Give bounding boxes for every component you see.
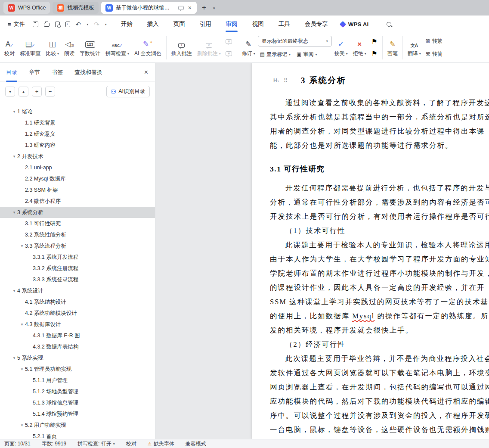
- delete-comment-button[interactable]: × 删除批注▾: [195, 34, 223, 61]
- previous-comment-button[interactable]: ▾: [223, 37, 235, 47]
- toc-collapse-icon[interactable]: ▾: [11, 109, 17, 114]
- spell-check-button[interactable]: ABC✓ 拼写检查▾: [103, 34, 132, 61]
- pane-tab-chapters[interactable]: 章节: [29, 63, 40, 82]
- document-page[interactable]: H₁ ⠿ 3 系统分析通过阅读查看之前收集的各种文献资料，了解了程序开发这其中系…: [252, 63, 489, 439]
- drag-grip-icon[interactable]: ⠿: [284, 77, 288, 84]
- toc-collapse-icon[interactable]: ▾: [11, 154, 17, 159]
- to-traditional-button[interactable]: 简 转繁: [424, 36, 445, 47]
- toc-item[interactable]: 3.3.3 系统登录流程: [0, 274, 155, 285]
- to-simplified-button[interactable]: 繁 转简: [424, 49, 445, 59]
- toc-collapse-icon[interactable]: ▾: [11, 289, 17, 293]
- toc-item[interactable]: 4.3.2 数据库表结构: [0, 341, 155, 352]
- toc-item[interactable]: ▾4 系统设计: [0, 285, 155, 296]
- reduce-level-button[interactable]: −: [45, 87, 55, 96]
- toc-item[interactable]: ▾3.3 系统流程分析: [0, 240, 155, 252]
- previous-change-button[interactable]: ⚑: [369, 37, 380, 47]
- pane-tab-find-replace[interactable]: 查找和替换: [74, 63, 102, 82]
- toc-collapse-icon[interactable]: ▾: [19, 423, 25, 427]
- read-aloud-button[interactable]: ◁))) 朗读: [62, 34, 77, 61]
- accept-change-button[interactable]: ✓ 接受▾: [332, 34, 350, 61]
- ink-pen-button[interactable]: ✎ 画笔: [385, 34, 400, 61]
- proofread-status[interactable]: 校对: [126, 440, 136, 448]
- pane-tab-catalog[interactable]: 目录: [6, 63, 17, 82]
- insert-comment-button[interactable]: + 插入批注: [169, 34, 195, 61]
- print-icon[interactable]: [44, 23, 50, 27]
- toc-item[interactable]: 1.2 研究意义: [0, 128, 155, 140]
- ai-polish-button[interactable]: ✎✦ AI 全文润色: [132, 34, 164, 61]
- tab-document-active[interactable]: W 基于微信小程的球馆预约管理 ×: [101, 2, 197, 14]
- save-icon[interactable]: [33, 22, 38, 27]
- pane-tab-bookmarks[interactable]: 书签: [52, 63, 63, 82]
- qat-customize-chevron-icon[interactable]: ▾: [105, 22, 107, 26]
- document-canvas[interactable]: H₁ ⠿ 3 系统分析通过阅读查看之前收集的各种文献资料，了解了程序开发这其中系…: [155, 63, 489, 439]
- menu-tab-view[interactable]: 视图: [245, 16, 271, 33]
- toc-collapse-icon[interactable]: ▾: [19, 244, 25, 248]
- print-preview-icon[interactable]: [55, 22, 60, 27]
- menu-tab-member[interactable]: 会员专享: [297, 16, 335, 33]
- toc-item[interactable]: ▾2 开发技术: [0, 151, 155, 162]
- menu-tab-page[interactable]: 页面: [166, 16, 192, 33]
- menu-tab-reference[interactable]: 引用: [192, 16, 219, 33]
- spellcheck-status[interactable]: 拼写检查: 打开 ▾: [77, 440, 115, 448]
- new-tab-button[interactable]: +: [199, 3, 209, 12]
- word-count-button[interactable]: 123 字数统计: [77, 34, 103, 61]
- next-comment-button[interactable]: ▾: [223, 49, 235, 59]
- toc-item[interactable]: 3.3.1 系统开发流程: [0, 252, 155, 263]
- translate-button[interactable]: 文A 翻译▾: [405, 34, 424, 61]
- toc-item[interactable]: 3.1 可行性研究: [0, 218, 155, 229]
- close-pane-icon[interactable]: ×: [144, 68, 148, 76]
- word-count-indicator[interactable]: 字数: 9919: [42, 440, 66, 448]
- file-menu-button[interactable]: ≡ 文件: [4, 20, 28, 28]
- undo-chevron-icon[interactable]: ▾: [87, 22, 88, 26]
- toc-item[interactable]: 2.4 微信小程序: [0, 196, 155, 207]
- redo-icon[interactable]: ↷: [94, 21, 99, 28]
- track-changes-button[interactable]: ✎ 修订▾: [239, 34, 258, 61]
- tab-list-chevron-icon[interactable]: ▾: [211, 6, 217, 10]
- page-indicator[interactable]: 页面: 10/31: [4, 440, 31, 448]
- toc-item[interactable]: 5.1.4 球馆预约管理: [0, 408, 155, 420]
- toc-item[interactable]: ▾1 绪论: [0, 106, 155, 117]
- markup-state-dropdown[interactable]: 显示标记的最终状态 ▾: [258, 36, 332, 47]
- search-icon[interactable]: [387, 22, 391, 27]
- standard-review-button[interactable]: ▤✓ 标准审查: [17, 34, 43, 61]
- wps-ai-button[interactable]: WPS AI: [340, 21, 369, 28]
- show-markup-button[interactable]: ▤ 显示标记 ▾: [258, 49, 293, 59]
- toc-collapse-icon[interactable]: ▾: [19, 322, 25, 327]
- compat-mode-indicator[interactable]: 兼容模式: [186, 440, 206, 448]
- toc-collapse-icon[interactable]: ▾: [19, 367, 25, 371]
- menu-tab-home[interactable]: 开始: [114, 16, 140, 33]
- toc-collapse-icon[interactable]: ▾: [11, 356, 17, 360]
- toc-item[interactable]: 2.3 SSM 框架: [0, 184, 155, 196]
- toc-item[interactable]: 4.1 系统结构设计: [0, 296, 155, 308]
- toc-item[interactable]: ▾5.2 用户功能实现: [0, 420, 155, 431]
- next-change-button[interactable]: ⚑: [369, 49, 380, 59]
- menu-tab-review[interactable]: 审阅: [219, 16, 245, 33]
- tab-wps-office[interactable]: W WPS Office: [3, 2, 50, 14]
- toc-item[interactable]: ▾4.3 数据库设计: [0, 319, 155, 330]
- collapse-all-button[interactable]: ▴: [19, 87, 28, 96]
- ai-recognize-toc-button[interactable]: AI识别目录: [106, 86, 150, 97]
- toc-item[interactable]: ▾3 系统分析: [0, 207, 155, 218]
- undo-icon[interactable]: ↶: [76, 21, 81, 28]
- toc-item[interactable]: 4.3.1 数据库 E-R 图: [0, 330, 155, 341]
- compare-button[interactable]: ◫ 比较▾: [43, 34, 62, 61]
- toc-item[interactable]: 3.2 系统性能分析: [0, 229, 155, 240]
- toc-item[interactable]: 1.1 研究背景: [0, 117, 155, 128]
- toc-item[interactable]: 1.3 研究内容: [0, 140, 155, 151]
- toc-item[interactable]: 5.2.1 首页: [0, 431, 155, 439]
- toc-item[interactable]: 5.1.3 球馆信息管理: [0, 397, 155, 408]
- paragraph-handles[interactable]: H₁ ⠿: [273, 77, 287, 84]
- missing-font-warning[interactable]: ⚠ 缺失字体: [148, 440, 174, 448]
- export-pdf-icon[interactable]: [65, 22, 70, 27]
- toc-item[interactable]: ▾5.1 管理员功能实现: [0, 364, 155, 375]
- toc-item[interactable]: 4.2 系统功能模块设计: [0, 308, 155, 319]
- toc-item[interactable]: 2.2 Mysql 数据库: [0, 173, 155, 184]
- close-tab-icon[interactable]: ×: [187, 4, 192, 11]
- toc-item[interactable]: ▾5 系统实现: [0, 352, 155, 364]
- menu-tab-insert[interactable]: 插入: [140, 16, 166, 33]
- reviewing-pane-button[interactable]: ▣ 审阅 ▾: [294, 49, 319, 59]
- toc-item[interactable]: 2.1 uni-app: [0, 162, 155, 173]
- toc-item[interactable]: 3.3.2 系统注册流程: [0, 263, 155, 274]
- toc-item[interactable]: 5.1.1 用户管理: [0, 375, 155, 386]
- tab-docer-templates[interactable]: 稻 找稻壳模板: [53, 2, 99, 14]
